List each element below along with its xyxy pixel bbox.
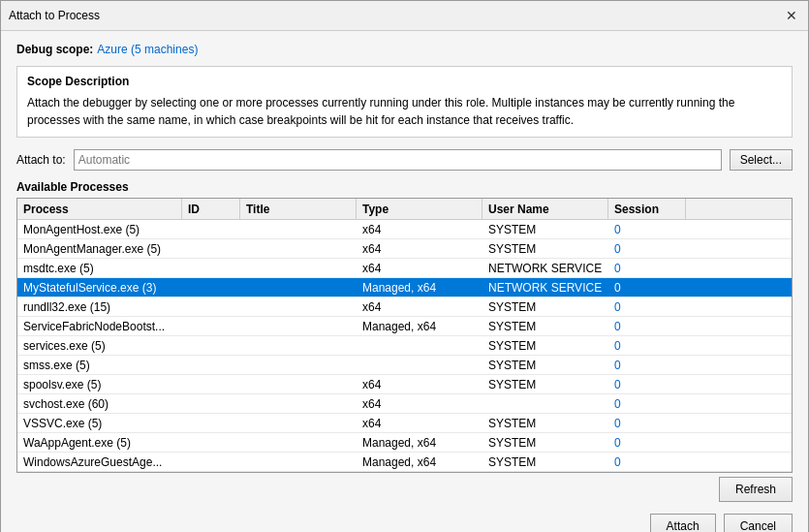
table-cell: 0 [608, 394, 686, 413]
table-cell: x64 [357, 414, 482, 432]
table-row[interactable]: smss.exe (5)SYSTEM0 [17, 356, 792, 375]
table-cell [357, 356, 482, 374]
table-cell: SYSTEM [482, 453, 608, 471]
table-cell: 0 [608, 317, 686, 335]
table-cell [240, 433, 357, 452]
table-cell: 0 [608, 220, 686, 238]
table-cell: 0 [608, 375, 686, 393]
table-cell: x64 [357, 297, 482, 316]
table-cell [182, 433, 240, 452]
table-row[interactable]: rundll32.exe (15)x64SYSTEM0 [17, 297, 792, 317]
table-cell: SYSTEM [482, 239, 608, 258]
table-cell: SYSTEM [482, 220, 608, 238]
table-cell: WindowsAzureGuestAge... [17, 453, 182, 471]
table-cell [182, 394, 240, 413]
attach-to-label: Attach to: [16, 153, 66, 167]
scope-description-box: Scope Description Attach the debugger by… [16, 66, 793, 138]
table-cell [182, 259, 240, 277]
table-cell: x64 [357, 220, 482, 238]
table-cell: MonAgentManager.exe (5) [17, 239, 182, 258]
table-cell: SYSTEM [482, 336, 608, 355]
table-cell [240, 394, 357, 413]
table-cell: Managed, x64 [357, 453, 482, 471]
select-button[interactable]: Select... [730, 149, 793, 171]
debug-scope-value: Azure (5 machines) [97, 43, 198, 56]
table-cell: NETWORK SERVICE [482, 278, 608, 297]
table-cell [240, 356, 357, 374]
table-row[interactable]: svchost.exe (60)x640 [17, 394, 792, 414]
debug-scope-label: Debug scope: [16, 43, 93, 56]
table-cell: Managed, x64 [357, 278, 482, 297]
available-processes-label: Available Processes [16, 180, 793, 194]
table-row[interactable]: spoolsv.exe (5)x64SYSTEM0 [17, 375, 792, 394]
table-cell: services.exe (5) [17, 336, 182, 355]
table-row[interactable]: MyStatefulService.exe (3)Managed, x64NET… [17, 278, 792, 297]
cancel-button[interactable]: Cancel [724, 514, 793, 532]
table-row[interactable]: WindowsAzureGuestAge...Managed, x64SYSTE… [17, 453, 792, 472]
table-cell: SYSTEM [482, 414, 608, 432]
table-cell: 0 [608, 414, 686, 432]
table-row[interactable]: MonAgentHost.exe (5)x64SYSTEM0 [17, 220, 792, 239]
table-cell [357, 336, 482, 355]
table-cell: 0 [608, 356, 686, 374]
table-row[interactable]: VSSVC.exe (5)x64SYSTEM0 [17, 414, 792, 433]
col-id: ID [182, 199, 240, 219]
table-row[interactable]: MonAgentManager.exe (5)x64SYSTEM0 [17, 239, 792, 259]
table-cell [240, 453, 357, 471]
attach-to-input[interactable] [74, 149, 722, 171]
dialog-title: Attach to Process [9, 9, 100, 22]
title-bar: Attach to Process ✕ [1, 1, 808, 31]
col-scroll [686, 199, 698, 219]
table-cell: x64 [357, 375, 482, 393]
attach-to-row: Attach to: Select... [16, 149, 793, 171]
attach-button[interactable]: Attach [650, 514, 716, 532]
table-cell: msdtc.exe (5) [17, 259, 182, 277]
table-cell [182, 297, 240, 316]
col-process: Process [17, 199, 182, 219]
table-cell: rundll32.exe (15) [17, 297, 182, 316]
table-cell: 0 [608, 297, 686, 316]
dialog-content: Debug scope: Azure (5 machines) Scope De… [1, 31, 808, 532]
table-cell [182, 414, 240, 432]
table-cell [182, 375, 240, 393]
table-cell: SYSTEM [482, 317, 608, 335]
bottom-buttons: Attach Cancel [16, 504, 793, 532]
table-cell: SYSTEM [482, 297, 608, 316]
table-header: Process ID Title Type User Name Session [17, 199, 792, 220]
table-cell [240, 278, 357, 297]
table-cell [240, 375, 357, 393]
table-cell [240, 414, 357, 432]
close-button[interactable]: ✕ [783, 7, 800, 24]
table-cell: 0 [608, 278, 686, 297]
col-session: Session [608, 199, 686, 219]
table-cell: NETWORK SERVICE [482, 259, 608, 277]
table-cell [482, 394, 608, 413]
table-cell [182, 317, 240, 335]
table-body[interactable]: MonAgentHost.exe (5)x64SYSTEM0MonAgentMa… [17, 220, 792, 472]
table-cell: MyStatefulService.exe (3) [17, 278, 182, 297]
table-cell: SYSTEM [482, 375, 608, 393]
table-cell: spoolsv.exe (5) [17, 375, 182, 393]
processes-table: Process ID Title Type User Name Session … [16, 198, 793, 473]
table-cell [240, 317, 357, 335]
table-cell: ServiceFabricNodeBootst... [17, 317, 182, 335]
table-cell: VSSVC.exe (5) [17, 414, 182, 432]
col-username: User Name [482, 199, 608, 219]
col-title: Title [240, 199, 357, 219]
table-cell: 0 [608, 433, 686, 452]
table-cell: SYSTEM [482, 433, 608, 452]
table-row[interactable]: msdtc.exe (5)x64NETWORK SERVICE0 [17, 259, 792, 278]
table-cell [182, 239, 240, 258]
table-cell: WaAppAgent.exe (5) [17, 433, 182, 452]
table-row[interactable]: ServiceFabricNodeBootst...Managed, x64SY… [17, 317, 792, 336]
table-row[interactable]: services.exe (5)SYSTEM0 [17, 336, 792, 356]
scope-description-title: Scope Description [27, 75, 782, 88]
table-cell: MonAgentHost.exe (5) [17, 220, 182, 238]
table-cell: x64 [357, 239, 482, 258]
refresh-button[interactable]: Refresh [719, 477, 793, 502]
table-cell [240, 259, 357, 277]
table-row[interactable]: WaAppAgent.exe (5)Managed, x64SYSTEM0 [17, 433, 792, 453]
scope-description-text: Attach the debugger by selecting one or … [27, 94, 782, 129]
table-cell: x64 [357, 259, 482, 277]
table-cell: smss.exe (5) [17, 356, 182, 374]
